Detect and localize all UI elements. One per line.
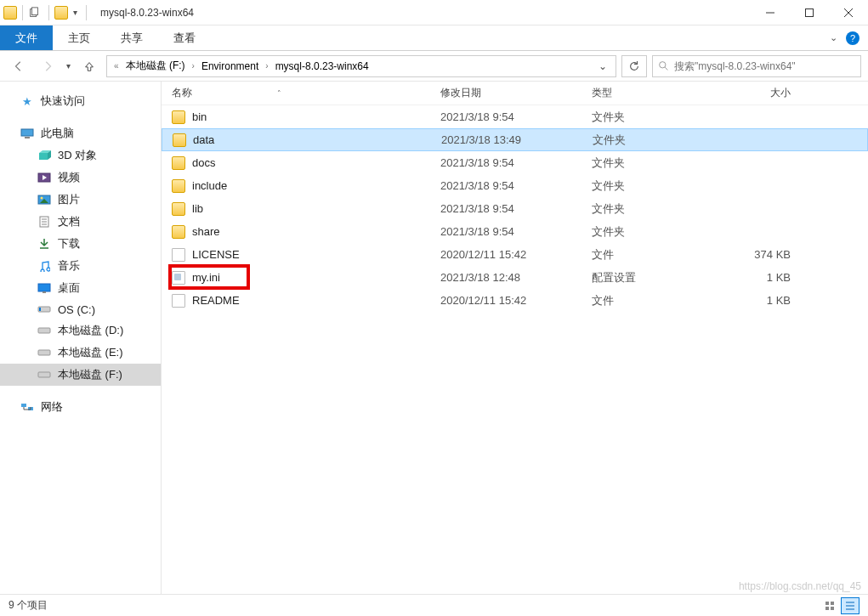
star-icon: ★ [20,94,34,108]
view-details-button[interactable] [841,597,859,614]
column-name[interactable]: 名称˄ [172,86,440,100]
file-icon [172,294,185,308]
column-type[interactable]: 类型 [592,86,719,100]
file-type: 文件 [592,293,719,308]
breadcrumb-segment[interactable]: 本地磁盘 (F:) [124,59,187,73]
file-row[interactable]: include2021/3/18 9:54文件夹 [162,174,868,197]
file-row[interactable]: README2020/12/11 15:42文件1 KB [162,289,868,312]
column-headers: 名称˄ 修改日期 类型 大小 [162,82,868,105]
file-date: 2021/3/18 9:54 [440,202,592,215]
file-date: 2021/3/18 13:49 [441,133,593,146]
navigation-pane: ★ 快速访问 此电脑 3D 对象视频图片文档下载音乐桌面OS (C:)本地磁盘 … [0,82,162,594]
folder-icon [173,133,186,147]
ribbon-expand-icon[interactable]: ⌄ [830,32,837,43]
nav-pc-item[interactable]: 下载 [0,233,161,255]
file-rows: bin2021/3/18 9:54文件夹data2021/3/18 13:49文… [162,105,868,594]
breadcrumb-segment[interactable]: mysql-8.0.23-winx64 [274,60,371,72]
titlebar: ▾ mysql-8.0.23-winx64 [0,0,868,25]
qat-dropdown-icon[interactable]: ▾ [70,8,81,17]
svg-rect-10 [39,153,48,160]
chevron-left-icon[interactable]: « [111,61,122,71]
help-icon[interactable]: ? [846,31,859,45]
nav-pc-item[interactable]: 本地磁盘 (E:) [0,342,161,364]
file-date: 2020/12/11 15:42 [440,248,592,261]
svg-rect-8 [21,129,33,136]
tab-share[interactable]: 共享 [105,25,158,50]
chevron-right-icon[interactable]: › [189,61,198,71]
drive-icon [37,368,51,381]
nav-pc-item[interactable]: 文档 [0,211,161,233]
file-row[interactable]: docs2021/3/18 9:54文件夹 [162,151,868,174]
file-row[interactable]: share2021/3/18 9:54文件夹 [162,220,868,243]
search-box[interactable] [652,55,861,77]
file-row[interactable]: bin2021/3/18 9:54文件夹 [162,105,868,128]
nav-quick-access[interactable]: ★ 快速访问 [0,90,161,112]
svg-point-6 [660,62,666,68]
up-button[interactable] [77,54,101,78]
tab-view[interactable]: 查看 [158,25,211,50]
nav-label: 下载 [58,236,80,251]
chevron-right-icon[interactable]: › [262,61,271,71]
file-name: lib [192,202,203,215]
nav-pc-item[interactable]: 本地磁盘 (D:) [0,319,161,342]
nav-pc-item[interactable]: 本地磁盘 (F:) [0,364,161,386]
svg-rect-23 [38,284,50,291]
forward-button[interactable] [36,54,60,78]
history-dropdown-icon[interactable]: ▾ [65,61,72,71]
folder-icon [3,6,17,20]
item-count: 9 个项目 [9,598,48,613]
svg-rect-27 [38,328,50,333]
svg-line-7 [665,67,667,70]
file-size: 1 KB [719,294,801,307]
nav-pc-item[interactable]: 3D 对象 [0,144,161,167]
nav-label: 本地磁盘 (E:) [58,345,123,360]
file-tab[interactable]: 文件 [0,25,53,50]
file-date: 2020/12/11 15:42 [440,294,592,307]
nav-pc-item[interactable]: OS (C:) [0,299,161,319]
svg-rect-9 [25,137,30,138]
pc-icon [20,127,34,140]
nav-pc-item[interactable]: 图片 [0,189,161,211]
svg-point-16 [41,197,43,200]
file-list-pane: 名称˄ 修改日期 类型 大小 bin2021/3/18 9:54文件夹data2… [162,82,868,594]
minimize-button[interactable] [751,0,790,25]
file-date: 2021/3/18 12:48 [440,271,592,284]
tab-home[interactable]: 主页 [53,25,105,50]
nav-pc-item[interactable]: 桌面 [0,277,161,299]
file-name: include [192,179,227,192]
window-title: mysql-8.0.23-winx64 [94,7,194,19]
file-type: 配置设置 [592,270,719,285]
search-input[interactable] [674,60,855,72]
svg-rect-1 [31,7,37,14]
address-bar[interactable]: « 本地磁盘 (F:) › Environment › mysql-8.0.23… [106,55,616,77]
nav-this-pc[interactable]: 此电脑 [0,122,161,144]
nav-pc-item[interactable]: 音乐 [0,255,161,277]
folder-icon [172,156,185,170]
column-size[interactable]: 大小 [719,86,801,100]
drive-icon [37,237,51,251]
close-button[interactable] [829,0,868,25]
copy-path-icon[interactable] [28,7,43,19]
maximize-button[interactable] [790,0,829,25]
svg-rect-36 [831,602,834,605]
breadcrumb-segment[interactable]: Environment [200,60,260,72]
file-row[interactable]: data2021/3/18 13:49文件夹 [162,128,868,151]
file-row[interactable]: lib2021/3/18 9:54文件夹 [162,197,868,220]
file-date: 2021/3/18 9:54 [440,110,592,123]
file-name: README [192,294,240,307]
file-icon [172,248,185,262]
nav-pc-item[interactable]: 视频 [0,167,161,189]
folder-icon [54,6,68,20]
back-button[interactable] [7,54,31,78]
window-controls [751,0,868,25]
refresh-button[interactable] [621,55,647,77]
drive-icon [37,149,51,162]
nav-label: 网络 [41,399,63,415]
nav-network[interactable]: 网络 [0,396,161,418]
address-dropdown-icon[interactable]: ⌄ [593,60,612,72]
column-date[interactable]: 修改日期 [440,86,592,100]
file-row[interactable]: LICENSE2020/12/11 15:42文件374 KB [162,243,868,266]
view-large-icons-button[interactable] [820,597,839,614]
file-row[interactable]: my.ini2021/3/18 12:48配置设置1 KB [162,266,868,289]
nav-label: 快速访问 [41,93,85,109]
